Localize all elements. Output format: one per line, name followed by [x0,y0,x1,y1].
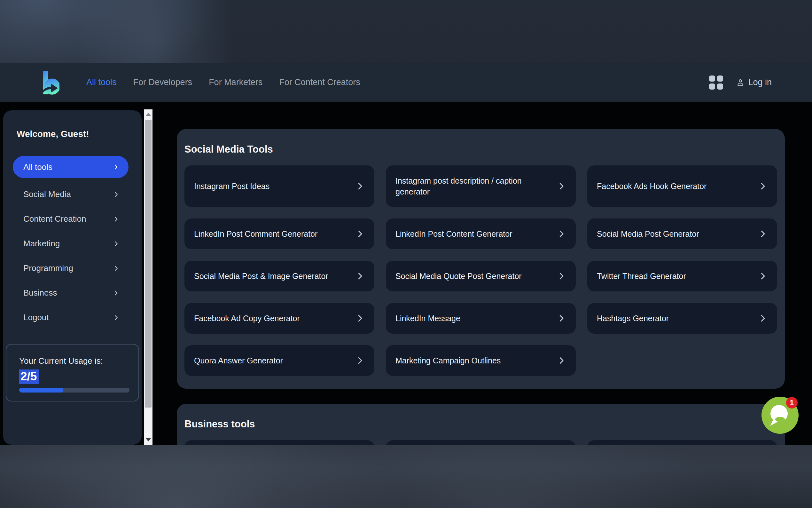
usage-progress [19,388,130,392]
sidebar-item-all-tools[interactable]: All tools [13,156,129,178]
page-body: Welcome, Guest! All tools Social Media C… [0,102,812,444]
tool-card-label: Social Media Post Generator [597,228,705,239]
chat-widget-button[interactable]: 1 [762,397,799,434]
tool-card-label: Facebook Ads Hook Generator [597,181,712,192]
sidebar-item-content-creation[interactable]: Content Creation [13,207,129,231]
tool-card-linkedin-post-content-generator[interactable]: LinkedIn Post Content Generator [386,218,576,249]
sidebar-item-business[interactable]: Business [13,281,129,305]
chevron-right-icon [758,229,768,239]
chevron-right-icon [758,271,768,281]
tool-card-label: Quora Answer Generator [194,355,289,366]
usage-progress-fill [19,388,63,392]
login-label: Log in [748,77,772,87]
tool-card-label: Instagram post description / caption gen… [395,175,557,197]
tool-card-linkedin-message[interactable]: LinkedIn Message [386,303,576,334]
nav-right: Log in [709,76,772,90]
chevron-right-icon [355,181,365,191]
login-button[interactable]: Log in [736,77,772,87]
chevron-right-icon [557,356,566,365]
brand-logo-icon[interactable] [41,70,59,95]
sidebar-item-label: Logout [23,312,49,323]
tool-card-label: Marketing Campaign Outlines [395,355,507,366]
tool-card-grid [185,440,777,444]
tool-card-clipped[interactable] [386,440,576,444]
vertical-scrollbar[interactable] [144,110,152,444]
sidebar-menu: All tools Social Media Content Creation … [3,156,142,330]
chevron-right-icon [112,240,120,247]
tool-card-social-media-post-generator[interactable]: Social Media Post Generator [587,218,777,249]
top-nav: All toolsFor DevelopersFor MarketersFor … [0,63,812,102]
section-business-tools: Business tools [177,404,785,444]
chevron-right-icon [758,181,768,191]
svg-text:1: 1 [790,398,794,407]
chevron-right-icon [758,313,768,323]
usage-widget: Your Current Usage is: 2/5 [6,344,139,401]
scroll-down-button[interactable] [144,435,152,444]
chevron-right-icon [355,271,365,281]
tool-card-facebook-ad-copy-generator[interactable]: Facebook Ad Copy Generator [185,303,374,334]
app-screen: All toolsFor DevelopersFor MarketersFor … [0,0,812,508]
section-title: Business tools [185,418,777,431]
tool-card-label: Social Media Post & Image Generator [194,271,334,282]
tool-card-marketing-campaign-outlines[interactable]: Marketing Campaign Outlines [386,345,576,376]
usage-title: Your Current Usage is: [19,356,126,366]
tool-card-hashtags-generator[interactable]: Hashtags Generator [587,303,777,334]
chevron-right-icon [112,314,120,321]
scroll-up-button[interactable] [144,110,152,119]
user-icon [736,78,745,87]
tool-card-twitter-thread-generator[interactable]: Twitter Thread Generator [587,261,777,291]
sidebar-item-marketing[interactable]: Marketing [13,231,129,256]
tool-card-facebook-ads-hook-generator[interactable]: Facebook Ads Hook Generator [587,165,777,207]
tool-card-clipped[interactable] [587,440,777,444]
tool-card-label: Twitter Thread Generator [597,271,692,282]
tool-card-label: LinkedIn Post Comment Generator [194,228,323,239]
section-social-media-tools: Social Media Tools Instagram Post Ideas … [177,129,785,389]
sidebar-item-programming[interactable]: Programming [13,256,129,281]
sidebar-item-label: Social Media [23,189,71,199]
tool-card-social-media-post-image-generator[interactable]: Social Media Post & Image Generator [185,261,374,291]
nav-link-for-marketers[interactable]: For Marketers [209,77,262,87]
tool-card-label: Social Media Quote Post Generator [395,271,527,282]
sidebar-item-social-media[interactable]: Social Media [13,182,129,207]
nav-link-for-developers[interactable]: For Developers [133,77,192,87]
usage-value: 2/5 [19,370,126,383]
tool-card-social-media-quote-post-generator[interactable]: Social Media Quote Post Generator [386,261,576,291]
sidebar-item-label: All tools [23,162,52,172]
apps-grid-icon[interactable] [709,76,723,90]
chevron-right-icon [557,181,566,191]
tool-card-label: LinkedIn Message [395,313,466,324]
tool-card-label: Instagram Post Ideas [194,181,275,192]
chevron-right-icon [112,265,120,272]
nav-link-for-content-creators[interactable]: For Content Creators [279,77,360,87]
tool-card-label: LinkedIn Post Content Generator [395,228,518,239]
nav-links: All toolsFor DevelopersFor MarketersFor … [86,77,360,87]
chevron-right-icon [355,356,365,365]
tool-card-grid: Instagram Post Ideas Instagram post desc… [185,165,777,376]
scrollbar-thumb[interactable] [145,120,151,408]
tool-card-label: Facebook Ad Copy Generator [194,313,305,324]
nav-link-all-tools[interactable]: All tools [86,77,117,87]
tool-card-quora-answer-generator[interactable]: Quora Answer Generator [185,345,374,376]
chevron-right-icon [112,164,120,170]
arrow-up-icon [146,113,151,116]
chevron-right-icon [557,229,566,239]
chevron-right-icon [112,191,120,198]
chevron-right-icon [355,313,365,323]
tool-card-linkedin-post-comment-generator[interactable]: LinkedIn Post Comment Generator [185,218,374,249]
tool-card-clipped[interactable] [185,440,374,444]
chevron-right-icon [112,290,120,297]
chevron-right-icon [112,216,120,223]
main-content: Social Media Tools Instagram Post Ideas … [177,102,785,444]
sidebar: Welcome, Guest! All tools Social Media C… [3,110,142,444]
notification-badge: 1 [786,397,798,409]
tool-card-instagram-post-description-caption-generator[interactable]: Instagram post description / caption gen… [386,165,576,207]
chevron-right-icon [355,229,365,239]
arrow-down-icon [146,438,151,441]
sidebar-item-label: Programming [23,263,73,273]
tool-card-instagram-post-ideas[interactable]: Instagram Post Ideas [185,165,374,207]
chevron-right-icon [557,271,566,281]
section-title: Social Media Tools [185,143,777,156]
tool-card-label: Hashtags Generator [597,313,674,324]
sidebar-item-logout[interactable]: Logout [13,305,129,330]
sidebar-item-label: Content Creation [23,214,86,224]
